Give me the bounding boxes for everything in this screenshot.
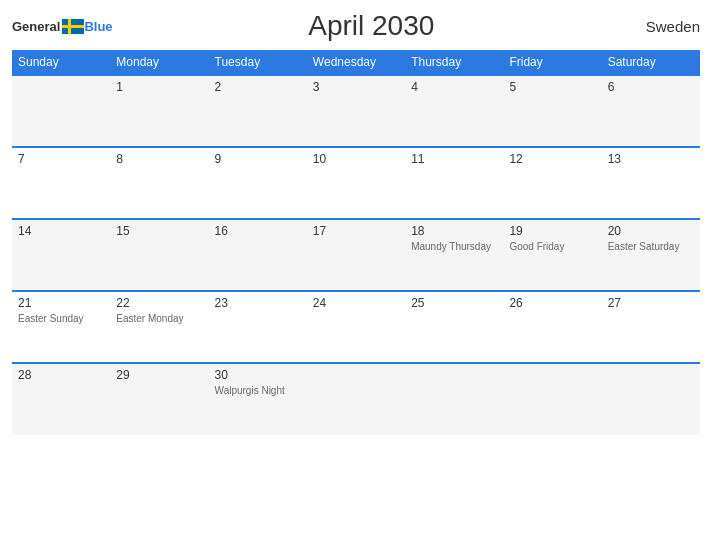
day-number: 17 bbox=[313, 224, 399, 238]
day-number: 15 bbox=[116, 224, 202, 238]
holiday-label: Walpurgis Night bbox=[215, 384, 301, 397]
logo-flag-icon bbox=[62, 19, 84, 34]
day-number: 18 bbox=[411, 224, 497, 238]
holiday-label: Easter Sunday bbox=[18, 312, 104, 325]
calendar-day: 24 bbox=[307, 291, 405, 363]
day-number: 11 bbox=[411, 152, 497, 166]
calendar-day: 30Walpurgis Night bbox=[209, 363, 307, 435]
holiday-label: Easter Saturday bbox=[608, 240, 694, 253]
calendar-day: 16 bbox=[209, 219, 307, 291]
calendar-day: 9 bbox=[209, 147, 307, 219]
day-number: 20 bbox=[608, 224, 694, 238]
day-number: 3 bbox=[313, 80, 399, 94]
holiday-label: Good Friday bbox=[509, 240, 595, 253]
calendar-day: 12 bbox=[503, 147, 601, 219]
header-friday: Friday bbox=[503, 50, 601, 75]
calendar-day: 6 bbox=[602, 75, 700, 147]
day-number: 24 bbox=[313, 296, 399, 310]
calendar-week-row: 123456 bbox=[12, 75, 700, 147]
day-number: 4 bbox=[411, 80, 497, 94]
day-number: 2 bbox=[215, 80, 301, 94]
calendar-day: 19Good Friday bbox=[503, 219, 601, 291]
day-number: 27 bbox=[608, 296, 694, 310]
day-number: 19 bbox=[509, 224, 595, 238]
day-number: 28 bbox=[18, 368, 104, 382]
holiday-label: Easter Monday bbox=[116, 312, 202, 325]
day-number: 23 bbox=[215, 296, 301, 310]
calendar-day: 23 bbox=[209, 291, 307, 363]
calendar-title: April 2030 bbox=[113, 10, 630, 42]
day-number: 30 bbox=[215, 368, 301, 382]
calendar-day: 10 bbox=[307, 147, 405, 219]
calendar-week-row: 21Easter Sunday22Easter Monday2324252627 bbox=[12, 291, 700, 363]
day-number: 8 bbox=[116, 152, 202, 166]
day-number: 29 bbox=[116, 368, 202, 382]
calendar-day: 5 bbox=[503, 75, 601, 147]
day-number: 22 bbox=[116, 296, 202, 310]
calendar-day: 4 bbox=[405, 75, 503, 147]
logo-general-text: General bbox=[12, 19, 60, 34]
svg-rect-2 bbox=[62, 25, 84, 28]
calendar-day: 8 bbox=[110, 147, 208, 219]
calendar-day: 3 bbox=[307, 75, 405, 147]
calendar-day: 14 bbox=[12, 219, 110, 291]
calendar-week-row: 282930Walpurgis Night bbox=[12, 363, 700, 435]
calendar-week-row: 78910111213 bbox=[12, 147, 700, 219]
calendar-day: 2 bbox=[209, 75, 307, 147]
day-number: 7 bbox=[18, 152, 104, 166]
calendar-day: 28 bbox=[12, 363, 110, 435]
logo-blue-text: Blue bbox=[84, 19, 112, 34]
calendar-day: 1 bbox=[110, 75, 208, 147]
calendar-day bbox=[307, 363, 405, 435]
day-number: 26 bbox=[509, 296, 595, 310]
calendar-day: 27 bbox=[602, 291, 700, 363]
calendar-day: 26 bbox=[503, 291, 601, 363]
calendar-day: 15 bbox=[110, 219, 208, 291]
day-number: 5 bbox=[509, 80, 595, 94]
calendar-day: 22Easter Monday bbox=[110, 291, 208, 363]
header-sunday: Sunday bbox=[12, 50, 110, 75]
day-number: 6 bbox=[608, 80, 694, 94]
day-number: 25 bbox=[411, 296, 497, 310]
logo: General Blue bbox=[12, 19, 113, 34]
holiday-label: Maundy Thursday bbox=[411, 240, 497, 253]
calendar-day bbox=[405, 363, 503, 435]
calendar-day: 7 bbox=[12, 147, 110, 219]
days-header-row: Sunday Monday Tuesday Wednesday Thursday… bbox=[12, 50, 700, 75]
header-saturday: Saturday bbox=[602, 50, 700, 75]
day-number: 13 bbox=[608, 152, 694, 166]
day-number: 21 bbox=[18, 296, 104, 310]
calendar-day bbox=[602, 363, 700, 435]
header-monday: Monday bbox=[110, 50, 208, 75]
calendar-day bbox=[503, 363, 601, 435]
calendar-day: 17 bbox=[307, 219, 405, 291]
day-number: 1 bbox=[116, 80, 202, 94]
calendar-day: 18Maundy Thursday bbox=[405, 219, 503, 291]
header: General Blue April 2030 Sweden bbox=[12, 10, 700, 42]
calendar-table: Sunday Monday Tuesday Wednesday Thursday… bbox=[12, 50, 700, 435]
day-number: 9 bbox=[215, 152, 301, 166]
calendar-day: 25 bbox=[405, 291, 503, 363]
header-tuesday: Tuesday bbox=[209, 50, 307, 75]
day-number: 14 bbox=[18, 224, 104, 238]
calendar-week-row: 1415161718Maundy Thursday19Good Friday20… bbox=[12, 219, 700, 291]
calendar-day: 20Easter Saturday bbox=[602, 219, 700, 291]
calendar-day: 13 bbox=[602, 147, 700, 219]
header-wednesday: Wednesday bbox=[307, 50, 405, 75]
day-number: 16 bbox=[215, 224, 301, 238]
day-number: 12 bbox=[509, 152, 595, 166]
calendar-day: 11 bbox=[405, 147, 503, 219]
calendar-container: General Blue April 2030 Sweden Sunday Mo… bbox=[0, 0, 712, 550]
country-label: Sweden bbox=[630, 18, 700, 35]
day-number: 10 bbox=[313, 152, 399, 166]
calendar-day bbox=[12, 75, 110, 147]
calendar-day: 29 bbox=[110, 363, 208, 435]
calendar-day: 21Easter Sunday bbox=[12, 291, 110, 363]
header-thursday: Thursday bbox=[405, 50, 503, 75]
